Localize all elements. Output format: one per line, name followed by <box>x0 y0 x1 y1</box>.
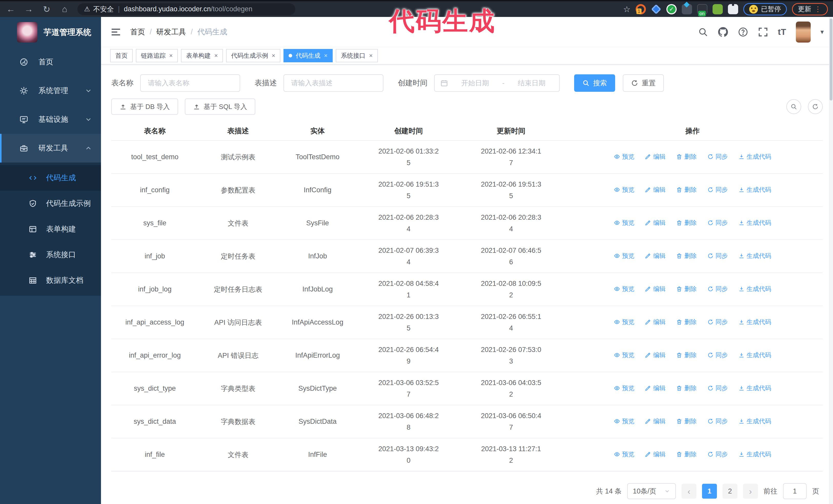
table-desc-input[interactable] <box>284 74 383 92</box>
date-range-picker[interactable]: 开始日期 - 结束日期 <box>434 74 560 92</box>
delete-link[interactable]: 删除 <box>676 186 697 194</box>
page-button-2[interactable]: 2 <box>722 484 737 499</box>
user-avatar[interactable] <box>796 22 811 43</box>
sidebar-subitem-db-doc[interactable]: 数据库文档 <box>0 268 101 293</box>
import-db-button[interactable]: 基于 DB 导入 <box>111 98 178 115</box>
edit-link[interactable]: 编辑 <box>645 186 665 194</box>
delete-link[interactable]: 删除 <box>676 152 697 161</box>
extension-icon-gem[interactable] <box>651 4 661 14</box>
sidebar-subitem-system-api[interactable]: 系统接口 <box>0 242 101 268</box>
delete-link[interactable]: 删除 <box>676 417 697 425</box>
edit-link[interactable]: 编辑 <box>645 252 665 260</box>
delete-link[interactable]: 删除 <box>676 285 697 293</box>
edit-link[interactable]: 编辑 <box>645 417 665 425</box>
bookmark-star-icon[interactable]: ☆ <box>623 4 630 14</box>
extension-icon-green[interactable] <box>713 4 723 14</box>
hamburger-icon[interactable] <box>110 26 121 38</box>
preview-link[interactable]: 预览 <box>614 417 634 425</box>
generate-code-link[interactable]: 生成代码 <box>738 186 771 194</box>
sync-link[interactable]: 同步 <box>708 219 728 227</box>
sync-link[interactable]: 同步 <box>708 318 728 326</box>
page-size-select[interactable]: 10条/页 <box>627 483 676 499</box>
security-warning-icon[interactable]: ⚠ <box>84 5 90 13</box>
sync-link[interactable]: 同步 <box>708 351 728 359</box>
delete-link[interactable]: 删除 <box>676 252 697 260</box>
tag-home[interactable]: 首页 <box>110 49 133 62</box>
edit-link[interactable]: 编辑 <box>645 450 665 458</box>
tag-form-builder[interactable]: 表单构建× <box>181 49 223 62</box>
extension-icon-green-check[interactable]: ✓ <box>666 4 677 14</box>
edit-link[interactable]: 编辑 <box>645 285 665 293</box>
delete-link[interactable]: 删除 <box>676 318 697 326</box>
sidebar-item-infra[interactable]: 基础设施 <box>0 105 101 134</box>
paused-extension-pill[interactable]: 已暂停 <box>743 3 787 16</box>
page-button-1[interactable]: 1 <box>702 484 717 499</box>
sync-link[interactable]: 同步 <box>708 285 728 293</box>
preview-link[interactable]: 预览 <box>614 318 634 326</box>
sidebar-subitem-codegen-demo[interactable]: 代码生成示例 <box>0 191 101 216</box>
generate-code-link[interactable]: 生成代码 <box>738 252 771 260</box>
preview-link[interactable]: 预览 <box>614 186 634 194</box>
breadcrumb-devtools[interactable]: 研发工具 <box>156 27 186 37</box>
tag-codegen-demo[interactable]: 代码生成示例× <box>226 49 280 62</box>
avatar-caret-down-icon[interactable]: ▾ <box>820 28 824 36</box>
generate-code-link[interactable]: 生成代码 <box>738 318 771 326</box>
preview-link[interactable]: 预览 <box>614 285 634 293</box>
sync-link[interactable]: 同步 <box>708 186 728 194</box>
github-icon[interactable] <box>718 27 728 37</box>
sidebar-subitem-codegen[interactable]: 代码生成 <box>0 165 101 191</box>
close-icon[interactable]: × <box>272 52 275 59</box>
app-logo-row[interactable]: 芋道管理系统 <box>0 17 101 48</box>
font-size-icon[interactable]: tT <box>778 27 786 37</box>
search-button[interactable]: 搜索 <box>574 74 615 92</box>
page-scrollbar[interactable] <box>829 17 833 504</box>
browser-home-icon[interactable]: ⌂ <box>57 2 72 17</box>
preview-link[interactable]: 预览 <box>614 219 634 227</box>
browser-reload-icon[interactable]: ↻ <box>40 2 54 17</box>
delete-link[interactable]: 删除 <box>676 450 697 458</box>
generate-code-link[interactable]: 生成代码 <box>738 417 771 425</box>
edit-link[interactable]: 编辑 <box>645 351 665 359</box>
preview-link[interactable]: 预览 <box>614 450 634 458</box>
address-bar[interactable]: ⚠ 不安全 | dashboard.yudao.iocoder.cn/tool/… <box>77 3 295 15</box>
browser-update-pill[interactable]: 更新 ⋮ <box>792 3 828 16</box>
delete-link[interactable]: 删除 <box>676 384 697 392</box>
scrollbar-thumb[interactable] <box>830 19 832 100</box>
generate-code-link[interactable]: 生成代码 <box>738 351 771 359</box>
generate-code-link[interactable]: 生成代码 <box>738 384 771 392</box>
generate-code-link[interactable]: 生成代码 <box>738 285 771 293</box>
delete-link[interactable]: 删除 <box>676 351 697 359</box>
tag-codegen[interactable]: 代码生成× <box>284 49 333 62</box>
next-page-button[interactable]: › <box>743 484 758 499</box>
edit-link[interactable]: 编辑 <box>645 318 665 326</box>
toggle-search-button[interactable] <box>786 99 801 114</box>
sidebar-item-devtools[interactable]: 研发工具 <box>0 134 101 163</box>
extension-icon-orange[interactable]: 1 <box>636 4 646 14</box>
sync-link[interactable]: 同步 <box>708 417 728 425</box>
extensions-puzzle-icon[interactable] <box>728 4 738 14</box>
preview-link[interactable]: 预览 <box>614 252 634 260</box>
edit-link[interactable]: 编辑 <box>645 384 665 392</box>
search-icon[interactable] <box>698 27 708 37</box>
delete-link[interactable]: 删除 <box>676 219 697 227</box>
close-icon[interactable]: × <box>214 52 218 59</box>
close-icon[interactable]: × <box>169 52 173 59</box>
generate-code-link[interactable]: 生成代码 <box>738 219 771 227</box>
help-icon[interactable] <box>738 27 748 37</box>
table-name-input[interactable] <box>140 74 240 92</box>
extension-icon-dark[interactable]: on <box>697 4 708 14</box>
reset-button[interactable]: 重置 <box>623 74 664 92</box>
close-icon[interactable]: × <box>369 52 373 59</box>
tag-system-api[interactable]: 系统接口× <box>336 49 378 62</box>
sync-link[interactable]: 同步 <box>708 450 728 458</box>
sidebar-item-home[interactable]: 首页 <box>0 48 101 76</box>
edit-link[interactable]: 编辑 <box>645 219 665 227</box>
fullscreen-icon[interactable] <box>758 27 768 37</box>
preview-link[interactable]: 预览 <box>614 152 634 161</box>
breadcrumb-home[interactable]: 首页 <box>130 27 145 37</box>
refresh-table-button[interactable] <box>808 99 823 114</box>
sidebar-subitem-form-builder[interactable]: 表单构建 <box>0 216 101 242</box>
sidebar-item-system[interactable]: 系统管理 <box>0 76 101 105</box>
goto-page-input[interactable] <box>783 483 807 499</box>
import-sql-button[interactable]: 基于 SQL 导入 <box>185 98 256 115</box>
